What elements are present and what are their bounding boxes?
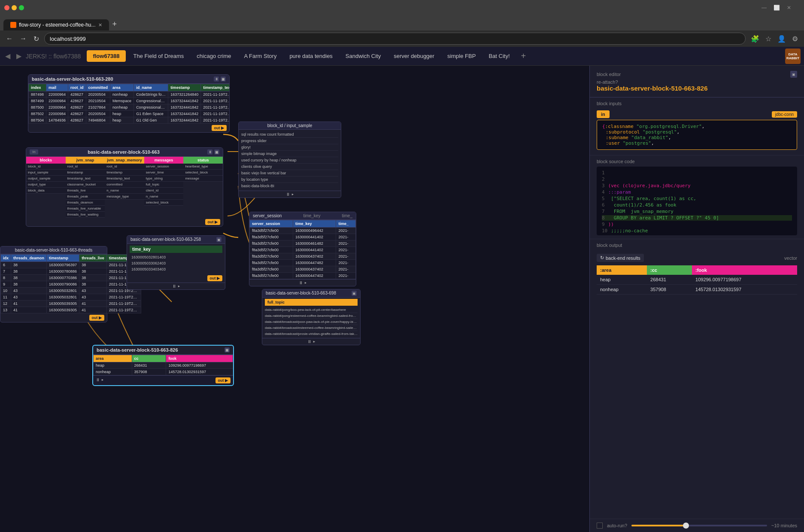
table-row: f8a3d5f27cfe0016300004964422021- xyxy=(250,228,356,234)
block-826-mini-pause[interactable]: ⏸ ▶ xyxy=(96,377,103,383)
table-row: nonheap 357908 145728.01302931597 xyxy=(94,369,233,375)
table-row: 8875022200098442862720200504heapG1 Eden … xyxy=(29,111,230,117)
extensions-icon[interactable]: 🧩 xyxy=(749,33,761,45)
time-slider[interactable] xyxy=(631,525,767,526)
block-280: basic-data-server-block-510-663-280 ⏸ ▣ … xyxy=(28,74,230,133)
tab-pure-data[interactable]: pure data tendies xyxy=(284,50,337,62)
close-icon[interactable]: ✕ xyxy=(787,5,791,11)
results-fook-nonheap: 145728.01302931597 xyxy=(692,285,797,295)
block-698-expand[interactable]: ▣ xyxy=(352,291,357,296)
tab-simple-fbp[interactable]: simple FBP xyxy=(442,50,481,62)
block-mid-right: block_id / input_sample sql results row … xyxy=(238,122,341,198)
block-280-header: basic-data-server-block-510-663-280 ⏸ ▣ xyxy=(28,75,229,84)
results-row-heap: heap 268431 109296.00977198697 xyxy=(597,275,797,285)
settings-icon[interactable]: ⚙ xyxy=(790,33,800,45)
results-cc-heap: 268431 xyxy=(647,275,692,285)
block-663-title: basic-data-server-block-510-663 xyxy=(88,149,160,155)
slider-thumb[interactable] xyxy=(683,523,689,529)
vector-badge: vector xyxy=(784,255,797,261)
block-258-out[interactable]: out ▶ xyxy=(207,275,223,281)
editor-inputs-section: block inputs in jdbc-conn {:classname "o… xyxy=(590,97,804,155)
block-280-pause[interactable]: ⏸ xyxy=(214,76,219,82)
editor-inputs-label: block inputs xyxy=(597,101,797,106)
block-258-pause[interactable]: ⏸ ▶ xyxy=(172,284,180,289)
col-jvm-snap-mem-header: jvm_snap_memory xyxy=(105,157,144,164)
col-fook-header: fook xyxy=(166,355,233,362)
tab-farm-story[interactable]: A Farm Story xyxy=(239,50,282,62)
editor-in-row: in jdbc-conn xyxy=(597,109,797,120)
block-826-mini-out[interactable]: out ▶ xyxy=(215,377,231,383)
code-line-10: 10;;;;;no-cache xyxy=(602,228,792,234)
auto-run-checkbox[interactable] xyxy=(597,523,603,529)
block-826-mini-header: basic-data-server-block-510-663-826 ▣ xyxy=(93,346,233,355)
next-flow-button[interactable]: ▶ xyxy=(15,50,23,62)
table-row: 7381630000780886382021-11-19T21:11 xyxy=(1,268,141,275)
max-btn[interactable] xyxy=(19,5,24,10)
table-row: 10431630005032801432021-11-19T21:11 xyxy=(1,288,141,294)
block-663-columns: blocks block_id input_sample output_samp… xyxy=(26,157,223,218)
address-bar[interactable]: localhost:9999 xyxy=(44,33,746,45)
tab-sandwich-city[interactable]: Sandwich City xyxy=(340,50,386,62)
min-btn[interactable] xyxy=(12,5,17,10)
new-tab-button[interactable]: + xyxy=(109,18,121,30)
forward-button[interactable]: → xyxy=(18,33,28,44)
tab-chicago-crime[interactable]: chicago crime xyxy=(191,50,236,62)
output-section-label: block output xyxy=(597,243,622,248)
block-663-pause[interactable]: ⏸ xyxy=(207,149,212,155)
col-cc-header: cc xyxy=(132,355,166,362)
tab-close-icon[interactable]: ✕ xyxy=(98,22,102,28)
code-line-9: 9)) xyxy=(602,222,792,227)
editor-reattach-btn[interactable]: re-attach? xyxy=(597,79,797,85)
table-row: 12411630005039305412021-11-19T21:11:04 xyxy=(1,301,141,307)
restore-icon[interactable]: ⬜ xyxy=(774,5,780,11)
results-area-heap: heap xyxy=(597,275,647,285)
col-mail: mail xyxy=(46,84,68,91)
close-btn[interactable] xyxy=(4,5,9,10)
col-timestamp-text: timestamp_text xyxy=(201,84,229,91)
block-editor-panel: block editor ▣ re-attach? basic-data-ser… xyxy=(589,66,804,532)
editor-close-btn[interactable]: ▣ xyxy=(790,71,797,78)
profile-icon[interactable]: 👤 xyxy=(776,33,788,45)
tab-bat-city[interactable]: Bat City! xyxy=(483,50,515,62)
block-280-table: index mail root_id committed area id_nam… xyxy=(28,84,229,124)
block-mid-right2-pause[interactable]: ⏸ ▶ xyxy=(299,280,306,285)
table-row: 13411630005039305412021-11-19T21:11:04 xyxy=(1,307,141,313)
block-663-in-port[interactable]: in xyxy=(30,149,38,155)
col-status: status heartbeat_type selected_block mes… xyxy=(183,157,223,218)
output-header: block output xyxy=(597,243,797,250)
refresh-results-button[interactable]: ↻ back-end results xyxy=(597,254,644,262)
block-663-out[interactable]: out ▶ xyxy=(205,219,221,225)
block-258-header: basic-data-server-block-510-663-258 ▣ xyxy=(127,236,225,244)
active-flow-tab[interactable]: flow67388 xyxy=(87,50,125,62)
minimize-icon[interactable]: — xyxy=(762,5,767,11)
star-icon[interactable]: ☆ xyxy=(764,33,773,45)
block-280-out[interactable]: out ▶ xyxy=(212,125,227,131)
block-280-expand[interactable]: ▣ xyxy=(221,76,226,82)
block-663-expand[interactable]: ▣ xyxy=(214,149,219,155)
prev-flow-button[interactable]: ◀ xyxy=(3,50,12,62)
code-line-7: 7 FROM jvm_snap_memory xyxy=(602,209,792,214)
col-area: area xyxy=(110,84,134,91)
results-col-fook: :fook xyxy=(692,265,797,275)
editor-source-code[interactable]: 1 2 3(vec (clojure.java.jdbc/query 4 :::… xyxy=(597,167,797,235)
refresh-icon: ↻ xyxy=(600,255,604,261)
block-mid-right-pause[interactable]: ⏸ ▶ xyxy=(286,192,294,197)
tab-field-of-dreams[interactable]: The Field of Dreams xyxy=(128,50,189,62)
editor-block-name: basic-data-server-block-510-663-826 xyxy=(597,85,797,92)
tab-server-debugger[interactable]: server debugger xyxy=(388,50,440,62)
back-button[interactable]: ← xyxy=(4,33,15,44)
code-line-4: 4 :::param xyxy=(602,189,792,195)
block-session-table: server_session time_key time_ f8a3d5f27c… xyxy=(249,220,356,279)
refresh-label: back-end results xyxy=(606,255,640,261)
block-threads-out[interactable]: out ▶ xyxy=(89,315,105,321)
results-header-row: ↻ back-end results vector xyxy=(597,254,797,262)
block-698-pause[interactable]: ⏸ ▶ xyxy=(307,339,315,344)
tab-bar: flow-story - esteemed-coffee-hu... ✕ + xyxy=(0,15,804,30)
block-826-mini-expand[interactable]: ▣ xyxy=(225,347,230,353)
slider-container xyxy=(631,525,767,526)
reload-button[interactable]: ↻ xyxy=(32,33,41,45)
active-tab[interactable]: flow-story - esteemed-coffee-hu... ✕ xyxy=(3,19,109,30)
add-flow-button[interactable]: + xyxy=(519,49,528,63)
block-258-expand[interactable]: ▣ xyxy=(216,237,221,242)
table-row: 6381630000796397382021-11-19T21:11 xyxy=(1,262,141,268)
